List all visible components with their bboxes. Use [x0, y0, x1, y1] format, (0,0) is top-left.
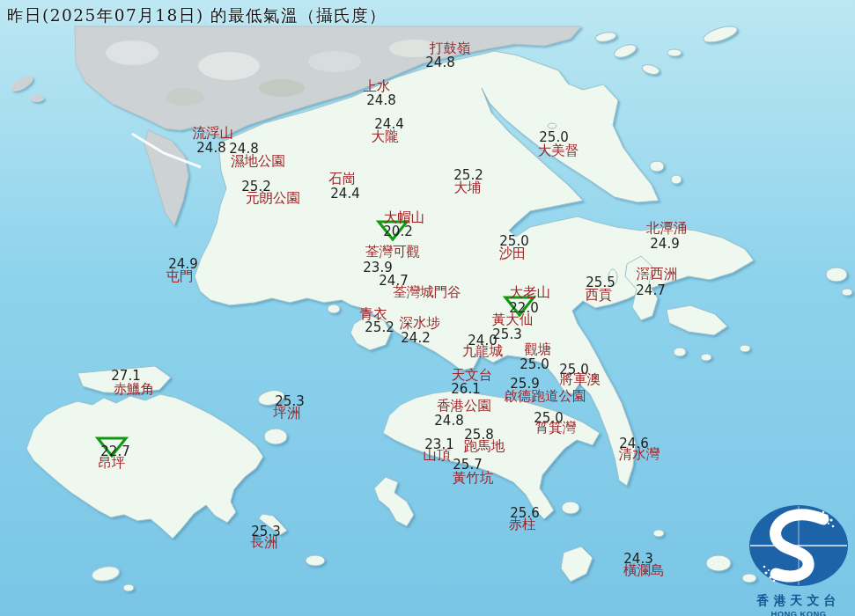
station-value-label: 24.4 [330, 187, 359, 201]
station-name-label: 打鼓嶺 [430, 42, 471, 56]
station-value-label: 25.0 [520, 358, 549, 371]
station-name-label: 赤鱲角 [114, 383, 155, 397]
station-name-label: 山頂 [424, 449, 451, 463]
station-name-label: 將軍澳 [560, 373, 601, 387]
station-name-label: 西貢 [586, 289, 613, 303]
station-value-label: 24.8 [366, 94, 395, 107]
station-name-label: 坪洲 [274, 407, 301, 421]
station-value-label: 25.0 [539, 131, 568, 144]
station-name-label: 昂坪 [99, 457, 126, 471]
station-name-label: 橫瀾島 [623, 564, 665, 578]
station-name-label: 清水灣 [619, 448, 660, 462]
station-value-label: 20.2 [383, 225, 412, 238]
station-name-label: 大埔 [454, 181, 482, 195]
station-value-label: 24.9 [650, 238, 679, 251]
station-value-label: 24.8 [425, 56, 454, 70]
station-name-label: 荃灣城門谷 [393, 286, 461, 300]
station-name-label: 流浮山 [193, 127, 234, 141]
station-name-label: 啟德跑道公園 [505, 390, 586, 404]
station-value-label: 25.2 [365, 321, 394, 334]
map-title: 昨日(2025年07月18日) 的最低氣溫（攝氏度） [7, 4, 387, 26]
station-name-label: 黃大仙 [492, 313, 534, 327]
station-name-label: 長洲 [251, 536, 278, 550]
station-value-label: 24.2 [401, 332, 430, 345]
station-name-label: 石崗 [329, 172, 357, 187]
station-value-label: 24.7 [636, 284, 665, 297]
station-name-label: 北潭涌 [646, 222, 688, 236]
station-name-label: 大帽山 [384, 211, 425, 225]
hko-logo: 香港天文台 HONG KONG OBSERVATORY [744, 503, 853, 616]
station-value-label: 27.1 [111, 370, 140, 383]
station-value-label: 24.8 [434, 414, 463, 428]
station-name-label: 濕地公園 [231, 155, 285, 169]
station-name-label: 黃竹坑 [453, 472, 494, 486]
station-name-label: 大隴 [372, 130, 399, 144]
station-name-label: 元朗公園 [246, 192, 300, 206]
station-name-label: 沙田 [499, 247, 527, 261]
station-name-label: 青衣 [360, 308, 387, 322]
station-name-label: 滘西洲 [637, 268, 678, 282]
hko-logo-title-zh: 香港天文台 [744, 593, 853, 609]
station-name-label: 深水埗 [400, 317, 441, 331]
station-name-label: 大美督 [538, 144, 579, 158]
station-name-label: 上水 [364, 80, 391, 94]
station-value-label: 25.7 [453, 458, 482, 472]
hko-logo-icon [746, 503, 851, 588]
station-value-label: 26.1 [451, 383, 480, 396]
station-name-label: 荃灣可觀 [365, 246, 420, 260]
station-name-label: 筲箕灣 [535, 422, 577, 436]
hong-kong-map [0, 0, 855, 616]
station-name-label: 屯門 [166, 270, 194, 284]
station-name-label: 跑馬地 [464, 440, 505, 454]
station-name-label: 觀塘 [525, 343, 552, 357]
station-name-label: 香港公園 [437, 400, 491, 414]
hko-logo-title-en: HONG KONG OBSERVATORY [744, 609, 853, 616]
station-name-label: 赤柱 [509, 518, 536, 532]
station-value-label: 24.8 [196, 142, 225, 155]
station-name-label: 九龍城 [462, 345, 504, 359]
station-name-label: 大老山 [510, 286, 551, 300]
station-name-label: 天文台 [452, 369, 493, 383]
map-canvas: 昨日(2025年07月18日) 的最低氣溫（攝氏度） 24.8打鼓嶺24.8上水… [0, 0, 855, 616]
